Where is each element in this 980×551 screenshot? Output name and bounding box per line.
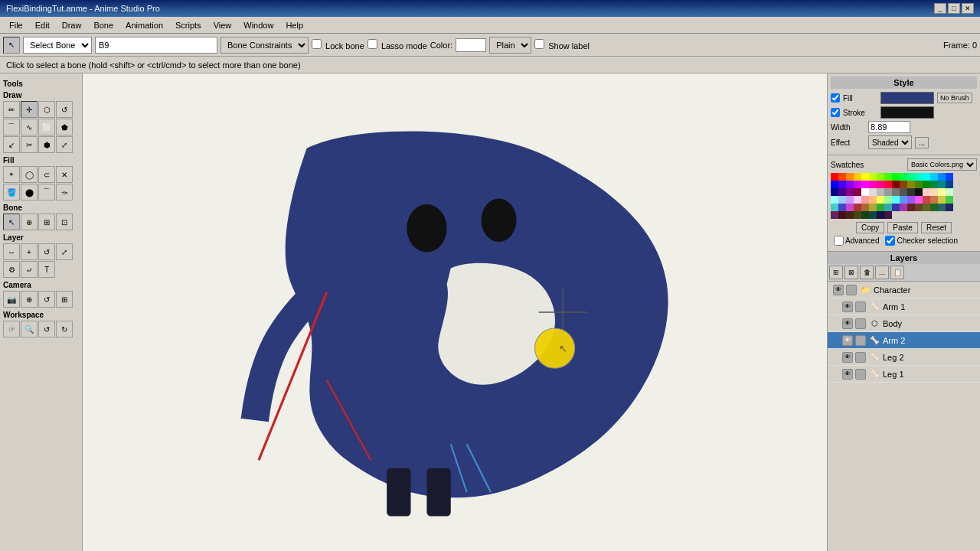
tool-layer-5[interactable]: ⚙ — [3, 261, 20, 278]
tool-draw-2[interactable]: ✛ — [21, 101, 38, 118]
show-label-checkbox[interactable] — [534, 39, 544, 49]
swatch-cell[interactable] — [838, 181, 846, 188]
swatch-cell[interactable] — [861, 188, 869, 196]
tool-bone-1[interactable]: ↖ — [3, 214, 20, 230]
effect-select[interactable]: Shaded — [868, 135, 912, 149]
menu-edit[interactable]: Edit — [29, 19, 56, 31]
swatch-cell[interactable] — [846, 173, 854, 181]
swatch-cell[interactable] — [884, 188, 892, 196]
tool-fill-2[interactable]: ◯ — [21, 166, 38, 183]
swatch-cell[interactable] — [884, 181, 892, 188]
swatch-cell[interactable] — [900, 173, 907, 181]
lasso-mode-checkbox[interactable] — [368, 39, 377, 49]
layer-tool-5[interactable]: 📋 — [890, 266, 904, 279]
swatch-cell[interactable] — [938, 181, 946, 188]
layer-eye-icon[interactable]: 👁 — [833, 285, 844, 295]
swatch-cell[interactable] — [838, 204, 846, 211]
menu-help[interactable]: Help — [279, 19, 309, 31]
tool-ws-3[interactable]: ↺ — [38, 321, 55, 337]
swatch-cell[interactable] — [869, 188, 877, 196]
tool-mode-select[interactable]: Select Bone — [23, 37, 92, 54]
lock-bone-checkbox[interactable] — [312, 39, 322, 49]
swatch-cell[interactable] — [938, 196, 946, 204]
width-input[interactable] — [868, 121, 910, 133]
layer-item[interactable]: 👁🦴Arm 2 — [828, 332, 980, 349]
swatch-cell[interactable] — [900, 196, 907, 204]
tool-draw-10[interactable]: ✂ — [21, 136, 38, 153]
tool-draw-8[interactable]: ⬟ — [56, 119, 73, 135]
swatch-cell[interactable] — [946, 204, 953, 211]
color-swatch[interactable] — [456, 38, 486, 52]
tool-fill-1[interactable]: ⌖ — [3, 166, 20, 183]
swatch-cell[interactable] — [869, 211, 877, 219]
minimize-button[interactable]: _ — [934, 3, 946, 14]
swatch-cell[interactable] — [884, 204, 892, 211]
layer-eye-icon[interactable]: 👁 — [842, 369, 853, 380]
swatch-cell[interactable] — [831, 173, 838, 181]
tool-draw-6[interactable]: ∿ — [21, 119, 38, 135]
tool-draw-12[interactable]: ⤢ — [56, 136, 73, 153]
swatch-cell[interactable] — [938, 204, 946, 211]
copy-button[interactable]: Copy — [856, 222, 884, 233]
layer-lock-icon[interactable] — [855, 302, 866, 312]
effect-more-button[interactable]: ... — [915, 137, 929, 148]
tool-ws-1[interactable]: ☞ — [3, 321, 20, 337]
swatch-cell[interactable] — [946, 188, 953, 196]
menu-bone[interactable]: Bone — [87, 19, 119, 31]
swatch-cell[interactable] — [869, 204, 877, 211]
swatch-cell[interactable] — [854, 211, 861, 219]
tool-fill-7[interactable]: ⌒ — [38, 184, 55, 201]
swatch-cell[interactable] — [884, 211, 892, 219]
swatch-cell[interactable] — [831, 211, 838, 219]
swatch-cell[interactable] — [892, 196, 900, 204]
layer-eye-icon[interactable]: 👁 — [842, 352, 853, 363]
layer-lock-icon[interactable] — [855, 318, 866, 329]
swatch-cell[interactable] — [923, 204, 930, 211]
tool-draw-7[interactable]: ⬜ — [38, 119, 55, 135]
color-mode-select[interactable]: Plain — [489, 37, 531, 54]
swatch-cell[interactable] — [838, 188, 846, 196]
tool-layer-3[interactable]: ↺ — [38, 243, 55, 260]
tool-ws-4[interactable]: ↻ — [56, 321, 73, 337]
close-button[interactable]: ✕ — [962, 3, 974, 14]
swatch-cell[interactable] — [861, 204, 869, 211]
swatch-cell[interactable] — [892, 181, 900, 188]
menu-animation[interactable]: Animation — [119, 19, 169, 31]
swatch-cell[interactable] — [846, 188, 854, 196]
swatch-cell[interactable] — [930, 173, 938, 181]
swatch-cell[interactable] — [846, 204, 854, 211]
swatch-cell[interactable] — [915, 204, 923, 211]
swatch-cell[interactable] — [938, 173, 946, 181]
tool-camera-2[interactable]: ⊕ — [21, 291, 38, 308]
swatch-cell[interactable] — [938, 188, 946, 196]
tool-camera-4[interactable]: ⊞ — [56, 291, 73, 308]
swatch-cell[interactable] — [861, 211, 869, 219]
tool-draw-11[interactable]: ⬢ — [38, 136, 55, 153]
swatch-cell[interactable] — [884, 196, 892, 204]
tool-bone-3[interactable]: ⊞ — [38, 214, 55, 230]
reset-button[interactable]: Reset — [921, 222, 952, 233]
layer-lock-icon[interactable] — [855, 352, 866, 363]
swatch-cell[interactable] — [877, 211, 884, 219]
swatch-cell[interactable] — [854, 181, 861, 188]
tool-draw-3[interactable]: ⬡ — [38, 101, 55, 118]
swatch-cell[interactable] — [892, 204, 900, 211]
menu-scripts[interactable]: Scripts — [169, 19, 207, 31]
swatch-cell[interactable] — [869, 181, 877, 188]
swatch-cell[interactable] — [915, 188, 923, 196]
swatch-cell[interactable] — [877, 204, 884, 211]
tool-draw-9[interactable]: ↙ — [3, 136, 20, 153]
swatch-cell[interactable] — [831, 204, 838, 211]
tool-fill-5[interactable]: 🪣 — [3, 184, 20, 201]
swatch-cell[interactable] — [900, 204, 907, 211]
swatch-cell[interactable] — [854, 188, 861, 196]
tool-layer-1[interactable]: ↔ — [3, 243, 20, 260]
swatch-cell[interactable] — [900, 181, 907, 188]
stroke-checkbox[interactable] — [831, 108, 840, 117]
swatch-cell[interactable] — [877, 173, 884, 181]
tool-layer-6[interactable]: ⤾ — [21, 261, 38, 278]
tool-fill-4[interactable]: ✕ — [56, 166, 73, 183]
tool-draw-4[interactable]: ↺ — [56, 101, 73, 118]
swatch-cell[interactable] — [869, 196, 877, 204]
layer-tool-4[interactable]: … — [875, 266, 889, 279]
